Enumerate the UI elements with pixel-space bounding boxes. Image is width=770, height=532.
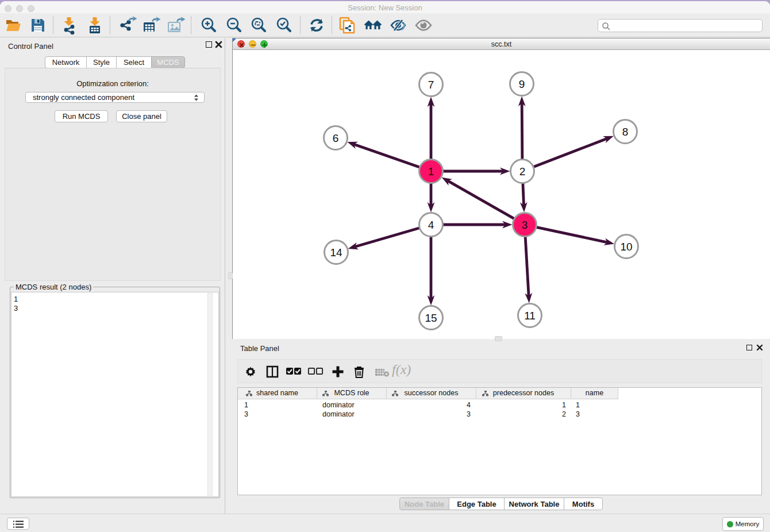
svg-text:11: 11 — [524, 310, 536, 322]
svg-text:2: 2 — [519, 165, 526, 178]
svg-text:7: 7 — [428, 79, 434, 91]
svg-text:1: 1 — [428, 165, 434, 178]
svg-text:8: 8 — [622, 126, 629, 138]
svg-text:15: 15 — [425, 312, 437, 324]
svg-text:14: 14 — [330, 246, 342, 259]
svg-text:10: 10 — [620, 241, 632, 253]
svg-text:9: 9 — [519, 78, 525, 90]
svg-text:4: 4 — [428, 219, 434, 231]
svg-text:3: 3 — [522, 219, 528, 231]
svg-text:6: 6 — [333, 132, 339, 144]
